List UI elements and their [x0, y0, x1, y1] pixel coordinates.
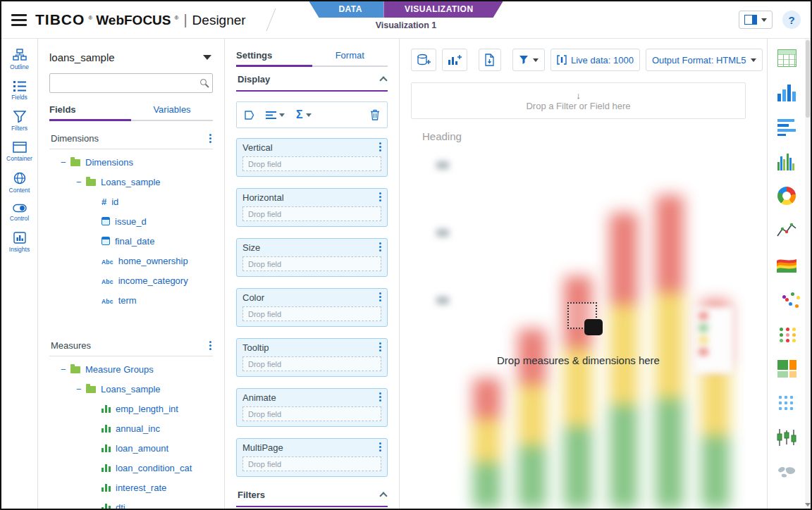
- tree-item[interactable]: − Loans_sample: [49, 172, 213, 192]
- sidebar-item-outline[interactable]: Outline: [1, 49, 37, 70]
- tab-settings[interactable]: Settings: [236, 50, 312, 66]
- tree-item[interactable]: emp_length_int: [49, 399, 213, 418]
- field-bucket[interactable]: Size Drop field: [236, 238, 388, 277]
- tree-item[interactable]: id: [49, 192, 213, 211]
- filters-section-header[interactable]: Filters: [236, 488, 388, 507]
- dot-plot-icon[interactable]: [776, 392, 797, 413]
- add-data-button[interactable]: [411, 49, 436, 71]
- output-format-button[interactable]: Output Format: HTML5: [646, 49, 763, 71]
- field-bucket[interactable]: Vertical Drop field: [236, 138, 388, 177]
- filter-drop-zone[interactable]: ↓ Drop a Filter or Field here: [411, 82, 746, 119]
- bucket-drop-zone[interactable]: Drop field: [242, 156, 381, 171]
- box-plot-icon[interactable]: [776, 427, 797, 448]
- sidebar-item-control[interactable]: Control: [1, 204, 37, 222]
- stacked-area-chart-icon[interactable]: [776, 254, 797, 275]
- flag-button[interactable]: [244, 110, 254, 120]
- kebab-menu-icon[interactable]: [379, 392, 381, 394]
- data-source-selector[interactable]: loans_sample: [49, 51, 213, 63]
- aggregation-button[interactable]: Σ: [296, 109, 312, 120]
- sidebar-item-content[interactable]: Content: [1, 172, 37, 194]
- kebab-menu-icon[interactable]: [379, 242, 381, 244]
- table-icon[interactable]: [776, 47, 797, 68]
- tab-fields[interactable]: Fields: [49, 104, 131, 120]
- tree-item[interactable]: − Dimensions: [49, 152, 213, 172]
- tab-format[interactable]: Format: [312, 50, 388, 66]
- kebab-menu-icon[interactable]: [379, 342, 381, 344]
- field-bucket[interactable]: MultiPage Drop field: [236, 438, 388, 477]
- horizontal-bar-chart-icon[interactable]: [776, 116, 797, 137]
- scatter-plot-icon[interactable]: [776, 289, 797, 310]
- add-visualization-button[interactable]: [442, 49, 467, 71]
- tree-item[interactable]: term: [49, 290, 213, 310]
- sidebar-item-fields[interactable]: Fields: [1, 80, 37, 101]
- tree-item[interactable]: − Measure Groups: [49, 359, 213, 379]
- tree-item[interactable]: − Loans_sample: [49, 379, 213, 399]
- tree-item[interactable]: final_date: [49, 231, 213, 251]
- treemap-icon[interactable]: [776, 358, 797, 379]
- collapse-toggle[interactable]: −: [76, 384, 86, 394]
- tree-item[interactable]: loan_condition_cat: [49, 458, 213, 478]
- bucket-placeholder: Drop field: [248, 410, 281, 418]
- text-align-button[interactable]: [266, 111, 285, 120]
- scrollbar[interactable]: [805, 39, 811, 509]
- bar-chart-icon[interactable]: [776, 82, 797, 103]
- kebab-menu-icon[interactable]: [209, 341, 211, 343]
- settings-panel: Settings Format Display Σ: [225, 39, 400, 509]
- bucket-drop-zone[interactable]: Drop field: [242, 406, 381, 421]
- tree-item[interactable]: issue_d: [49, 211, 213, 231]
- collapse-toggle[interactable]: −: [61, 157, 70, 168]
- tab-data[interactable]: DATA: [309, 1, 383, 18]
- scrollbar-thumb[interactable]: [806, 40, 810, 118]
- bucket-drop-zone[interactable]: Drop field: [242, 206, 381, 221]
- bucket-drop-zone[interactable]: Drop field: [242, 356, 381, 371]
- panel-layout-button[interactable]: [739, 11, 773, 29]
- kebab-menu-icon[interactable]: [379, 442, 381, 444]
- collapse-toggle[interactable]: −: [76, 177, 86, 187]
- top-bar: TIBCO ® WebFOCUS ® | Designer DATA VISUA…: [1, 1, 811, 38]
- tree-item[interactable]: annual_inc: [49, 418, 213, 438]
- search-input[interactable]: [49, 73, 213, 93]
- bucket-drop-zone[interactable]: Drop field: [242, 456, 381, 471]
- field-bucket[interactable]: Horizontal Drop field: [236, 188, 388, 227]
- hamburger-menu-icon[interactable]: [11, 14, 27, 26]
- chevron-up-icon[interactable]: [379, 76, 387, 84]
- sidebar-item-filters[interactable]: Filters: [1, 111, 37, 132]
- bucket-drop-zone[interactable]: Drop field: [242, 306, 381, 321]
- tree-item[interactable]: interest_rate: [49, 478, 213, 497]
- field-bucket[interactable]: Animate Drop field: [236, 388, 388, 427]
- container-icon: [13, 142, 27, 153]
- display-section-header[interactable]: Display: [236, 67, 388, 92]
- help-button[interactable]: ?: [782, 11, 801, 29]
- field-bucket[interactable]: Color Drop field: [236, 288, 388, 327]
- tree-item[interactable]: income_category: [49, 270, 213, 290]
- kebab-menu-icon[interactable]: [379, 292, 381, 294]
- kebab-menu-icon[interactable]: [379, 192, 381, 194]
- collapse-toggle[interactable]: −: [61, 364, 70, 375]
- cluster-chart-icon[interactable]: [776, 323, 797, 344]
- map-chart-icon[interactable]: [776, 461, 797, 483]
- live-data-button[interactable]: Live data: 1000: [550, 49, 640, 71]
- scroll-down-icon[interactable]: [805, 503, 811, 506]
- chevron-down-icon: [306, 113, 312, 117]
- chevron-up-icon[interactable]: [379, 492, 387, 499]
- app-window: TIBCO ® WebFOCUS ® | Designer DATA VISUA…: [0, 0, 812, 510]
- export-page-button[interactable]: [479, 49, 501, 71]
- sidebar-item-container[interactable]: Container: [1, 142, 37, 162]
- sigma-icon: Σ: [296, 109, 303, 120]
- filter-dropdown-button[interactable]: [512, 49, 545, 71]
- line-chart-icon[interactable]: [776, 220, 797, 241]
- kebab-menu-icon[interactable]: [379, 142, 381, 144]
- sidebar-item-insights[interactable]: Insights: [1, 232, 37, 253]
- tree-item[interactable]: loan_amount: [49, 438, 213, 458]
- column-chart-icon[interactable]: [776, 151, 797, 172]
- tree-item[interactable]: home_ownership: [49, 251, 213, 270]
- tab-visualization[interactable]: VISUALIZATION: [383, 1, 503, 18]
- chart-preview[interactable]: Heading Drop measures: [411, 119, 746, 509]
- tab-variables[interactable]: Variables: [131, 104, 213, 120]
- donut-chart-icon[interactable]: [776, 185, 797, 206]
- field-bucket[interactable]: Tooltip Drop field: [236, 338, 388, 377]
- bucket-drop-zone[interactable]: Drop field: [242, 256, 381, 271]
- tree-item[interactable]: dti: [49, 497, 213, 509]
- kebab-menu-icon[interactable]: [209, 134, 211, 136]
- trash-button[interactable]: [370, 109, 380, 120]
